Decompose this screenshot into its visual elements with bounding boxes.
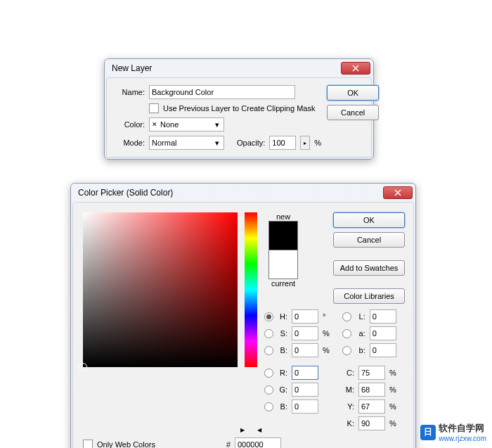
chevron-down-icon: ▾ [212,120,222,129]
logo-icon: 日 [420,425,436,440]
l-radio[interactable] [342,312,351,321]
name-input[interactable] [149,85,295,99]
mode-label: Mode: [114,139,145,147]
close-icon [352,65,359,72]
chevron-down-icon: ▾ [212,139,222,148]
close-button[interactable] [383,186,413,199]
b-lab-radio[interactable] [342,346,351,355]
ok-button[interactable]: OK [327,85,379,101]
footer-text: 软件自学网 [439,422,486,435]
dialog-body: ▶ ◀ new current OK Cancel Add to Swat [72,202,414,448]
current-color-swatch[interactable] [268,250,298,279]
hue-arrow-right-icon: ◀ [257,427,261,433]
color-dropdown[interactable]: ✕ None ▾ [149,117,224,132]
add-swatches-button[interactable]: Add to Swatches [333,260,405,276]
a-input[interactable] [370,326,396,340]
mode-dropdown[interactable]: Normal ▾ [149,136,224,150]
dialog-body: Name: Use Previous Layer to Create Clipp… [106,77,372,158]
c-input[interactable] [358,366,385,380]
titlebar[interactable]: New Layer [105,59,373,76]
r-input[interactable] [292,366,318,380]
none-icon: ✕ [152,121,157,128]
saturation-value-field[interactable] [83,212,238,367]
color-value: None [160,120,179,129]
color-picker-dialog: Color Picker (Solid Color) ▶ ◀ new curre… [70,183,416,448]
y-input[interactable] [358,399,385,414]
a-radio[interactable] [342,329,351,338]
clip-mask-checkbox[interactable] [149,103,159,113]
hue-arrow-left-icon: ▶ [240,427,245,433]
footer-url: www.rjzxw.com [439,435,486,442]
color-libraries-button[interactable]: Color Libraries [333,288,405,304]
r-radio[interactable] [264,369,273,378]
h-radio[interactable] [264,312,273,321]
l-input[interactable] [370,309,396,324]
opacity-unit: % [314,139,321,147]
only-web-label: Only Web Colors [97,440,155,448]
close-icon [394,189,401,196]
hex-prefix: # [226,440,231,448]
titlebar[interactable]: Color Picker (Solid Color) [71,184,415,200]
sv-picker-icon [79,363,87,371]
b-rgb-input[interactable] [292,399,318,414]
dialog-title: Color Picker (Solid Color) [78,188,383,198]
b-hsb-radio[interactable] [264,346,273,355]
h-input[interactable] [292,309,318,324]
opacity-label: Opacity: [237,139,265,147]
new-layer-dialog: New Layer Name: Use Previous Layer to Cr… [104,58,374,160]
g-radio[interactable] [264,385,273,395]
dialog-title: New Layer [112,63,341,73]
only-web-checkbox[interactable] [83,440,93,448]
name-label: Name: [114,88,145,96]
b-hsb-input[interactable] [292,343,318,357]
new-label: new [268,212,298,221]
ok-button[interactable]: OK [333,212,405,228]
clip-mask-label: Use Previous Layer to Create Clipping Ma… [163,104,315,113]
s-input[interactable] [292,326,318,340]
s-radio[interactable] [264,329,273,338]
opacity-flyout[interactable]: ▸ [300,136,310,150]
g-input[interactable] [292,383,318,397]
k-input[interactable] [358,416,385,430]
b-rgb-radio[interactable] [264,402,273,411]
b-lab-input[interactable] [370,343,396,357]
mode-value: Normal [152,139,176,147]
new-color-swatch[interactable] [268,221,298,250]
cancel-button[interactable]: Cancel [333,232,405,248]
current-label: current [268,279,298,288]
cancel-button[interactable]: Cancel [327,105,379,120]
hue-slider[interactable] [245,212,257,367]
opacity-input[interactable] [269,136,296,150]
close-button[interactable] [341,62,370,75]
color-label: Color: [114,120,145,129]
watermark: 日 软件自学网 www.rjzxw.com [420,422,486,442]
hex-input[interactable] [235,437,281,448]
m-input[interactable] [358,383,385,397]
